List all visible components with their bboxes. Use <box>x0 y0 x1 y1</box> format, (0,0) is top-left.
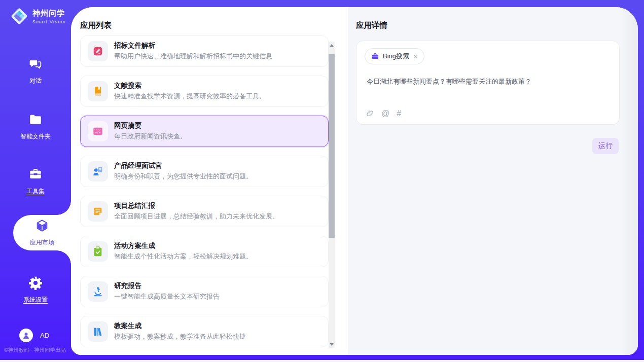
microscope-icon <box>88 281 108 302</box>
editor-toolbar: @# <box>366 109 401 118</box>
note-icon <box>88 201 108 222</box>
clipboard-check-icon <box>88 241 108 262</box>
app-detail-panel: 应用详情 Bing搜索 × 今日湖北有哪些新闻要点？有哪些需要关注的最新政策？ … <box>348 7 638 355</box>
svg-text:</>: </> <box>95 130 101 134</box>
app-card-title: 活动方案生成 <box>114 241 155 250</box>
brand-name: 神州问学 <box>32 9 66 18</box>
sidebar-item-chat[interactable]: 对话 <box>0 55 71 87</box>
app-card-description: 智能生成个性化活动方案，轻松解决规划难题。 <box>114 252 253 261</box>
avatar <box>19 329 33 342</box>
sidebar-item-label: 系统设置 <box>23 296 48 304</box>
user-name: AD <box>40 332 49 339</box>
run-button[interactable]: 运行 <box>592 138 619 154</box>
app-card-教案生成[interactable]: 教案生成模板驱动，教案秒成，教学准备从此轻松快捷 <box>80 316 329 347</box>
books-icon <box>88 321 108 342</box>
tool-chip-label: Bing搜索 <box>383 52 409 61</box>
at-icon[interactable]: @ <box>381 109 389 118</box>
copyright: ©神州数码 · 神州问学出品 <box>4 347 66 354</box>
app-card-title: 招标文件解析 <box>114 41 155 50</box>
tool-chip-bing-search[interactable]: Bing搜索 × <box>365 48 424 64</box>
app-card-title: 文献搜索 <box>114 81 141 90</box>
query-text: 今日湖北有哪些新闻要点？有哪些需要关注的最新政策？ <box>367 77 610 87</box>
app-card-title: 研究报告 <box>114 281 141 291</box>
sidebar-item-label: 工具集 <box>26 187 45 196</box>
app-card-产品经理面试官[interactable]: 产品经理面试官明确身份和职责，为您提供专业性的面试问题。 <box>80 156 329 187</box>
sidebar-item-app-market[interactable]: 应用市场 <box>13 215 71 250</box>
app-card-活动方案生成[interactable]: 活动方案生成智能生成个性化活动方案，轻松解决规划难题。 <box>80 236 329 267</box>
chip-close-icon[interactable]: × <box>414 53 418 60</box>
sidebar: 神州问学 Smart Vision 对话智能文件夹工具集应用市场系统设置 AD … <box>0 0 71 360</box>
sidebar-item-label: 应用市场 <box>30 238 54 247</box>
folder-icon <box>28 113 43 129</box>
chat-icon <box>28 57 43 73</box>
browser-icon: </> <box>88 121 108 141</box>
app-card-title: 产品经理面试官 <box>114 161 162 170</box>
sidebar-item-settings[interactable]: 系统设置 <box>0 274 71 306</box>
sidebar-item-label: 智能文件夹 <box>20 132 51 141</box>
hash-icon[interactable]: # <box>397 109 401 118</box>
scroll-down-arrow[interactable] <box>329 341 335 348</box>
toolbox-icon <box>28 167 43 184</box>
briefcase-icon <box>371 52 379 60</box>
app-card-title: 教案生成 <box>114 321 141 331</box>
brand-subtitle: Smart Vision <box>32 19 66 24</box>
app-card-description: 每日政府新闻资讯快查。 <box>114 132 187 141</box>
gear-icon <box>28 276 43 292</box>
app-card-description: 快速精准查找学术资源，提高研究效率的必备工具。 <box>114 92 266 101</box>
scrollbar[interactable] <box>329 42 335 348</box>
app-card-description: 帮助用户快速、准确地理解和解析招标书中的关键信息 <box>114 52 272 61</box>
sidebar-item-folders[interactable]: 智能文件夹 <box>0 111 71 143</box>
interview-icon <box>88 161 108 182</box>
app-card-项目总结汇报[interactable]: 项目总结汇报全面回顾项目进展，总结经验教训，助力未来优化发展。 <box>80 196 329 227</box>
pencil-square-icon <box>88 41 108 61</box>
app-card-title: 项目总结汇报 <box>114 201 155 210</box>
person-icon <box>22 331 30 340</box>
app-card-description: 模板驱动，教案秒成，教学准备从此轻松快捷 <box>114 332 246 341</box>
prompt-editor[interactable]: Bing搜索 × 今日湖北有哪些新闻要点？有哪些需要关注的最新政策？ @# <box>356 41 620 125</box>
app-detail-title: 应用详情 <box>356 20 387 31</box>
user-row[interactable]: AD <box>19 329 49 342</box>
app-card-文献搜索[interactable]: 文献搜索快速精准查找学术资源，提高研究效率的必备工具。 <box>80 76 329 107</box>
sidebar-item-tools[interactable]: 工具集 <box>0 165 71 198</box>
book-icon <box>88 81 108 101</box>
paperclip-icon[interactable] <box>366 110 374 118</box>
cube-icon <box>35 219 49 235</box>
app-card-招标文件解析[interactable]: 招标文件解析帮助用户快速、准确地理解和解析招标书中的关键信息 <box>80 35 329 67</box>
diamond-logo-icon <box>9 6 29 26</box>
app-cards-list: 招标文件解析帮助用户快速、准确地理解和解析招标书中的关键信息文献搜索快速精准查找… <box>80 35 329 348</box>
app-card-description: 一键智能生成高质量长文本研究报告 <box>114 292 220 301</box>
main-content: 应用列表 招标文件解析帮助用户快速、准确地理解和解析招标书中的关键信息文献搜索快… <box>71 7 638 355</box>
sidebar-item-label: 对话 <box>29 77 42 85</box>
brand-logo: 神州问学 Smart Vision <box>9 6 66 26</box>
app-card-description: 全面回顾项目进展，总结经验教训，助力未来优化发展。 <box>114 212 279 221</box>
app-card-description: 明确身份和职责，为您提供专业性的面试问题。 <box>114 172 253 181</box>
app-card-网页摘要[interactable]: </>网页摘要每日政府新闻资讯快查。 <box>80 116 329 147</box>
app-list-panel: 应用列表 招标文件解析帮助用户快速、准确地理解和解析招标书中的关键信息文献搜索快… <box>71 7 348 355</box>
app-card-title: 网页摘要 <box>114 121 141 130</box>
scroll-up-arrow[interactable] <box>329 42 335 49</box>
scrollbar-thumb[interactable] <box>329 54 335 238</box>
app-list-title: 应用列表 <box>80 20 112 31</box>
app-card-研究报告[interactable]: 研究报告一键智能生成高质量长文本研究报告 <box>80 276 329 307</box>
